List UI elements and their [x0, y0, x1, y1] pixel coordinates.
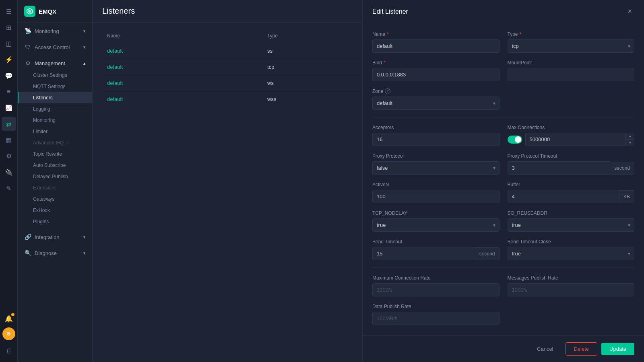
proxy-protocol-select[interactable]: false true [372, 161, 500, 175]
field-send-timeout: Send Timeout second [372, 239, 500, 260]
sidebar-item-exhook[interactable]: ExHook [18, 205, 92, 216]
proxy-protocol-label: Proxy Protocol [372, 153, 500, 159]
sidebar-item-advanced-mqtt: Advanced MQTT [18, 137, 92, 148]
nav-section-integration: 🔗 Integration ▾ [18, 229, 92, 245]
update-button[interactable]: Update [601, 343, 634, 355]
msg-publish-rate-input[interactable] [508, 283, 635, 296]
activen-label: ActiveN [372, 182, 500, 187]
menu-icon[interactable]: ☰ [2, 4, 16, 19]
max-conn-rate-input[interactable] [372, 283, 500, 296]
metrics-icon[interactable]: 📈 [2, 101, 16, 115]
sidebar-item-mqtt-settings[interactable]: MQTT Settings [18, 81, 92, 92]
tools-icon[interactable]: ✎ [2, 181, 16, 195]
field-name: Name * [372, 31, 500, 53]
acceptors-input[interactable] [372, 133, 500, 146]
send-timeout-input[interactable] [372, 247, 475, 260]
sidebar-item-auto-subscribe[interactable]: Auto Subscribe [18, 160, 92, 171]
send-timeout-unit: second [475, 247, 500, 260]
subscriptions-icon[interactable]: ≡ [2, 84, 16, 99]
proxy-timeout-label: Proxy Protocol Timeout [508, 153, 635, 159]
zone-info-icon[interactable]: ? [385, 88, 390, 94]
data-publish-rate-input[interactable] [372, 312, 500, 325]
dashboard-icon[interactable]: ⊞ [2, 20, 16, 35]
decrement-arrow[interactable]: ▼ [626, 140, 634, 146]
collapse-nav-icon[interactable]: ⟨| [2, 343, 16, 358]
sidebar-item-cluster-settings[interactable]: Cluster Settings [18, 70, 92, 81]
empty-group [508, 304, 635, 325]
management-icon[interactable]: ⇄ [2, 117, 16, 131]
field-buffer: Buffer KB [508, 182, 635, 203]
type-select-wrapper: tcp ssl ws wss [508, 39, 635, 53]
schema-icon[interactable]: ▦ [2, 133, 16, 147]
sidebar-item-topic-rewrite[interactable]: Topic Rewrite [18, 148, 92, 160]
bind-input[interactable] [372, 68, 500, 81]
send-timeout-close-wrapper: true false [508, 247, 635, 260]
integration-icon: 🔗 [24, 234, 31, 240]
sidebar-item-logging[interactable]: Logging [18, 103, 92, 115]
app-logo: EMQX [18, 0, 92, 23]
nav-section-monitoring: 📡 Monitoring ▾ [18, 23, 92, 39]
access-chevron: ▾ [83, 45, 86, 50]
nav-monitoring[interactable]: 📡 Monitoring ▾ [18, 25, 92, 37]
plugins-icon[interactable]: 🔌 [2, 165, 16, 179]
name-label: Name * [372, 31, 500, 37]
listener-name-ws[interactable]: default [102, 75, 262, 91]
close-button[interactable]: × [625, 6, 634, 16]
max-conn-input-wrapper: ▲ ▼ [525, 133, 635, 146]
rules-icon[interactable]: ⚡ [2, 52, 16, 67]
max-conn-input[interactable] [525, 133, 635, 146]
type-required: * [520, 31, 522, 37]
sidebar-item-limiter[interactable]: Limiter [18, 126, 92, 137]
send-timeout-close-select[interactable]: true false [508, 247, 635, 260]
sidebar-item-gateways[interactable]: Gateways [18, 193, 92, 205]
field-bind: Bind * [372, 60, 500, 81]
type-select[interactable]: tcp ssl ws wss [508, 39, 635, 53]
integration-chevron: ▾ [83, 234, 86, 240]
field-placeholder [508, 88, 635, 110]
activen-input[interactable] [372, 190, 500, 203]
max-conn-row: ▲ ▼ [508, 133, 635, 146]
nav-diagnose[interactable]: 🔍 Diagnose ▾ [18, 247, 92, 259]
clients-icon[interactable]: 💬 [2, 68, 16, 83]
sidebar-item-extensions: Extensions [18, 182, 92, 193]
field-zone: Zone ? default [372, 88, 500, 110]
max-conn-toggle[interactable] [508, 136, 522, 144]
user-avatar[interactable]: S [2, 327, 15, 340]
zone-select[interactable]: default [372, 97, 500, 110]
zone-label: Zone ? [372, 88, 500, 94]
nav-access-control[interactable]: 🛡 Access Control ▾ [18, 41, 92, 53]
nav-section-access: 🛡 Access Control ▾ [18, 39, 92, 55]
sidebar-item-plugins[interactable]: Plugins [18, 216, 92, 227]
nodes-icon[interactable]: ◫ [2, 36, 16, 51]
cancel-button[interactable]: Cancel [529, 343, 561, 355]
buffer-input[interactable] [508, 190, 619, 203]
buffer-label: Buffer [508, 182, 635, 187]
listener-name-wss[interactable]: default [102, 91, 262, 107]
field-tcp-nodelay: TCP_NODELAY true false [372, 210, 500, 232]
row-name-type: Name * Type * tcp ssl ws [372, 31, 634, 53]
nav-integration[interactable]: 🔗 Integration ▾ [18, 230, 92, 243]
delete-button[interactable]: Delete [566, 342, 598, 356]
proxy-timeout-input[interactable] [508, 161, 611, 175]
row-zone: Zone ? default [372, 88, 634, 110]
notification-icon[interactable]: 🔔 [2, 311, 16, 326]
field-type: Type * tcp ssl ws wss [508, 31, 635, 53]
field-so-reuseaddr: SO_REUSEADDR true false [508, 210, 635, 232]
management-chevron: ▴ [83, 61, 86, 66]
listener-name-ssl[interactable]: default [102, 43, 262, 59]
so-reuseaddr-select[interactable]: true false [508, 218, 635, 232]
proxy-timeout-unit: second [610, 162, 634, 175]
name-input[interactable] [372, 39, 500, 53]
col-name: Name [102, 29, 262, 43]
sidebar-item-listeners[interactable]: Listeners [18, 92, 92, 103]
increment-arrow[interactable]: ▲ [626, 133, 634, 140]
nav-management[interactable]: ⚙ Management ▴ [18, 57, 92, 70]
sidebar-item-monitoring[interactable]: Monitoring [18, 115, 92, 126]
field-activen: ActiveN [372, 182, 500, 203]
listener-name-tcp[interactable]: default [102, 59, 262, 75]
hooks-icon[interactable]: ⚙ [2, 149, 16, 163]
tcp-nodelay-select[interactable]: true false [372, 218, 500, 232]
modal-header: Edit Listener × [363, 0, 644, 23]
sidebar-item-delayed-publish[interactable]: Delayed Publish [18, 171, 92, 182]
mountpoint-input[interactable] [508, 68, 635, 81]
